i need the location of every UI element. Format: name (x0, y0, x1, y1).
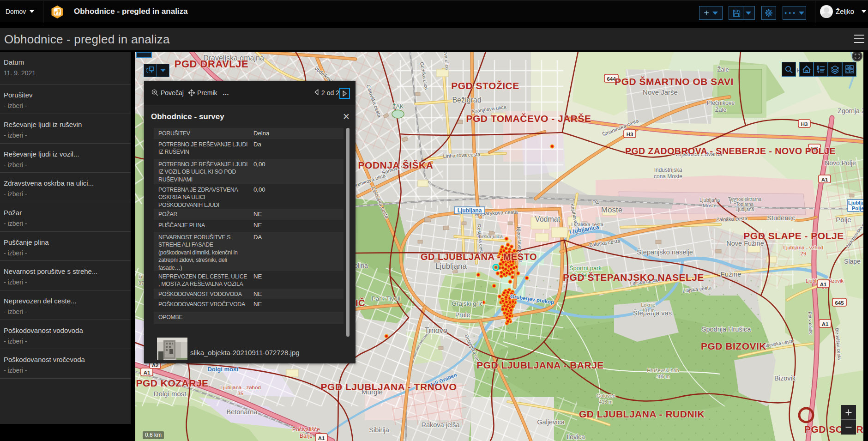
svg-text:Ljubljana - zahod: Ljubljana - zahod (220, 385, 261, 390)
svg-text:645: 645 (835, 300, 844, 306)
svg-text:401 m: 401 m (642, 308, 655, 313)
svg-text:PGD ZADOBROVA - SNEBERJE - NOV: PGD ZADOBROVA - SNEBERJE - NOVO POLJE (625, 146, 836, 156)
svg-text:Ljubljana - vzhod: Ljubljana - vzhod (784, 245, 824, 250)
svg-text:Ljubljana: Ljubljana (435, 262, 467, 271)
svg-text:PGD KOZARJE: PGD KOZARJE (136, 378, 208, 388)
svg-text:PGD DRAVLJE: PGD DRAVLJE (175, 58, 248, 70)
svg-text:405 m: 405 m (656, 374, 669, 379)
svg-text:GD LJUBLJANA - RUDNIK: GD LJUBLJANA - RUDNIK (579, 409, 705, 419)
svg-text:Fužine: Fužine (720, 270, 741, 278)
svg-text:Slape: Slape (844, 258, 861, 265)
svg-text:Bizovik: Bizovik (774, 375, 796, 382)
svg-text:Rakova jelša: Rakova jelša (421, 421, 460, 429)
svg-text:PGD TOMAČEVO - JARŠE: PGD TOMAČEVO - JARŠE (466, 113, 591, 124)
svg-text:Športni park: Športni park (569, 265, 602, 272)
svg-text:olina: olina (354, 262, 368, 269)
svg-text:A1: A1 (318, 435, 325, 441)
svg-text:Grajski grič: Grajski grič (452, 300, 483, 307)
svg-text:35: 35 (238, 391, 244, 396)
svg-text:Novo Polje: Novo Polje (825, 159, 856, 167)
svg-text:Polje: Polje (836, 216, 851, 224)
svg-text:29: 29 (801, 251, 807, 256)
svg-text:PGD BIZOVIK: PGD BIZOVIK (701, 341, 766, 351)
svg-text:GD LJUBLJANA - MESTO: GD LJUBLJANA - MESTO (421, 252, 537, 262)
svg-text:Nove Jarše: Nove Jarše (643, 88, 678, 96)
svg-text:413 m: 413 m (599, 399, 612, 405)
svg-text:Dolgi most: Dolgi most (154, 390, 187, 398)
svg-text:H3: H3 (801, 121, 808, 127)
svg-text:Ljubljana: Ljubljana (699, 197, 720, 203)
svg-text:Loknje: Loknje (641, 302, 656, 308)
svg-text:PGD LJUBLJANA - TRNOVO: PGD LJUBLJANA - TRNOVO (321, 381, 457, 392)
svg-text:Žale: Žale (715, 106, 726, 113)
svg-text:Žale: Žale (717, 66, 729, 73)
svg-text:Park Tivoli: Park Tivoli (372, 295, 400, 302)
svg-text:Betonarna: Betonarna (227, 408, 258, 416)
svg-text:A1: A1 (820, 282, 827, 287)
svg-text:Golovec: Golovec (597, 393, 615, 399)
svg-text:Sibirija: Sibirija (369, 426, 389, 434)
svg-text:Vodmat: Vodmat (535, 215, 561, 223)
svg-text:Zgornja Zado: Zgornja Zado (838, 107, 863, 115)
svg-text:Studenec: Studenec (767, 214, 795, 222)
svg-text:Galjevica: Galjevica (537, 418, 565, 426)
svg-text:A1: A1 (821, 177, 828, 182)
svg-text:Štepanjsko naselje: Štepanjsko naselje (637, 248, 693, 256)
svg-text:Ljubljan: Ljubljan (848, 200, 863, 205)
svg-text:P5: P5 (730, 199, 737, 205)
svg-text:PGD STOŽICE: PGD STOŽICE (451, 80, 519, 91)
svg-text:PODNJA ŠIŠKA: PODNJA ŠIŠKA (358, 160, 434, 170)
svg-text:Trnovo: Trnovo (424, 326, 447, 334)
svg-text:Prule: Prule (455, 311, 470, 319)
svg-text:ŽAK: ŽAK (392, 103, 404, 110)
svg-text:Počivališče: Počivališče (292, 426, 320, 433)
svg-text:Hruševski hrib: Hruševski hrib (647, 368, 679, 373)
svg-text:A1: A1 (144, 370, 151, 375)
svg-text:Industrijska: Industrijska (654, 167, 682, 173)
svg-text:Moste: Moste (703, 203, 717, 208)
svg-text:Barje: Barje (300, 433, 313, 439)
svg-text:H3: H3 (627, 132, 633, 137)
svg-text:Toplarna: Toplarna (736, 202, 754, 207)
svg-text:IČ: IČ (356, 297, 365, 308)
svg-text:Ilirska ulica: Ilirska ulica (479, 234, 503, 239)
svg-text:PGD LJUBLJANA - BARJE: PGD LJUBLJANA - BARJE (476, 360, 604, 370)
svg-text:PGD SLAPE - POLJE: PGD SLAPE - POLJE (743, 230, 844, 241)
svg-text:Ljubljana: Ljubljana (735, 207, 754, 212)
svg-text:Ilovica: Ilovica (567, 433, 585, 441)
svg-text:Ljubljana: Ljubljana (458, 207, 482, 214)
svg-text:Dolgi most: Dolgi most (207, 366, 239, 373)
svg-text:Plečnikove: Plečnikove (707, 100, 735, 106)
svg-text:PGD ŠTEPANJSKO NASELJE: PGD ŠTEPANJSKO NASELJE (563, 272, 704, 283)
svg-text:Spodnja Hrušica: Spodnja Hrušica (702, 326, 751, 333)
svg-text:Zaloška cesta: Zaloška cesta (716, 216, 748, 222)
svg-text:Polje: Polje (852, 205, 863, 211)
svg-text:Moste: Moste (601, 205, 622, 214)
svg-text:P4: P4 (592, 199, 599, 206)
svg-text:A1: A1 (822, 321, 829, 327)
svg-text:PGD ŠMARTNO OB SAVI: PGD ŠMARTNO OB SAVI (615, 76, 734, 87)
svg-text:Bežigrad: Bežigrad (452, 96, 481, 104)
svg-text:cona Moste: cona Moste (654, 173, 682, 180)
